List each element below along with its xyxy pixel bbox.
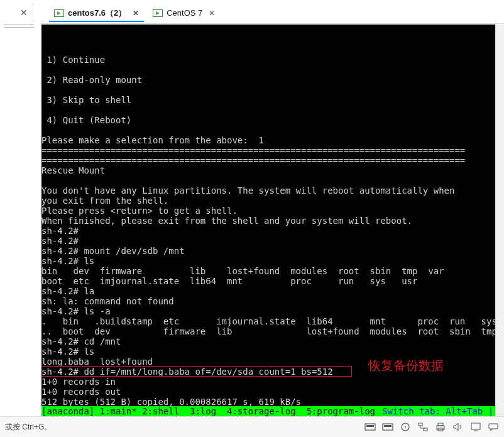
terminal-line	[41, 175, 504, 185]
svg-rect-3	[384, 425, 392, 427]
svg-rect-9	[438, 423, 443, 426]
terminal-line: sh-4.2# ls -a	[41, 306, 504, 316]
terminal-line: 1+0 records in	[41, 377, 504, 387]
terminal-line	[41, 105, 504, 115]
close-icon[interactable]: ✕	[209, 9, 215, 18]
svg-rect-13	[489, 424, 498, 429]
terminal-line: sh-4.2# ls	[41, 256, 504, 266]
tmux-status-line: [anaconda] 1:main* 2:shell 3:log 4:stora…	[41, 406, 504, 416]
terminal-line	[41, 65, 504, 75]
terminal-line: When finished, please exit from the shel…	[41, 216, 504, 226]
vm-icon	[153, 9, 163, 17]
terminal-line: boot etc imjournal.state lib64 mnt proc …	[41, 276, 504, 286]
terminal-line: Please make a selection from the above: …	[41, 135, 504, 145]
tab-centos76-2[interactable]: centos7.6（2） ✕	[49, 6, 144, 22]
terminal-line: you exit from the shell.	[41, 196, 504, 206]
tab-centos7[interactable]: CentOS 7 ✕	[148, 6, 220, 22]
svg-rect-1	[366, 425, 374, 427]
svg-rect-7	[424, 428, 427, 431]
terminal-line: sh-4.2#	[41, 226, 504, 236]
terminal-line: 3) Skip to shell	[41, 95, 504, 105]
vertical-scrollbar[interactable]	[495, 25, 504, 416]
terminal-line: sh: la: command not found	[41, 296, 504, 306]
status-left: [anaconda] 1:main* 2:shell 3:log 4:stora…	[41, 406, 375, 416]
sound-icon[interactable]	[452, 422, 464, 432]
terminal-line: You don't have any Linux partitions. The…	[41, 185, 504, 196]
terminal-line: 1+0 records out	[41, 387, 504, 397]
terminal-line: 1) Continue	[41, 55, 504, 65]
terminal-line: long.baba lost+found	[41, 357, 504, 367]
optical-icon[interactable]	[400, 422, 411, 432]
strip-grip-icon	[4, 24, 34, 28]
terminal-line: 4) Quit (Reboot)	[41, 115, 504, 125]
terminal-line	[41, 85, 504, 95]
tab-label: centos7.6（2）	[68, 8, 126, 19]
close-icon[interactable]: ✕	[133, 9, 139, 18]
status-icons	[364, 422, 499, 432]
vm-tabbar: centos7.6（2） ✕ CentOS 7 ✕	[41, 4, 504, 24]
tab-label: CentOS 7	[167, 8, 202, 18]
printer-icon[interactable]	[435, 422, 446, 432]
terminal-line: sh-4.2# dd if=/mnt/long.baba of=/dev/sda…	[41, 367, 504, 377]
strip-close-button[interactable]: ✕	[14, 4, 33, 21]
host-left-strip: ✕	[0, 0, 38, 36]
terminal-console[interactable]: 1) Continue 2) Read-only mount 3) Skip t…	[41, 25, 504, 416]
network-icon[interactable]	[417, 422, 429, 432]
terminal-line: Please press <return> to get a shell.	[41, 206, 504, 216]
terminal-line: sh-4.2# ls	[41, 346, 504, 357]
terminal-line: 512 bytes (512 B) copied, 0.000826617 s,…	[41, 397, 504, 407]
terminal-line: ========================================…	[41, 155, 504, 165]
terminal-line	[41, 125, 504, 135]
display-icon[interactable]	[470, 422, 481, 432]
svg-rect-11	[471, 423, 480, 429]
keyboard-hint: 或按 Ctrl+G。	[5, 422, 52, 433]
terminal-line: 2) Read-only mount	[41, 75, 504, 85]
terminal-line: Rescue Mount	[41, 165, 504, 175]
message-icon[interactable]	[488, 422, 499, 432]
vm-icon	[54, 9, 64, 17]
status-right: Switch tab: Alt+Tab | H	[377, 406, 504, 416]
status-bar: 或按 Ctrl+G。	[0, 416, 504, 437]
disk-b-icon[interactable]	[382, 422, 393, 432]
terminal-line: sh-4.2# la	[41, 286, 504, 296]
svg-point-5	[405, 426, 406, 428]
terminal-line: sh-4.2#	[41, 236, 504, 246]
terminal-line: sh-4.2# cd /mnt	[41, 336, 504, 346]
disk-a-icon[interactable]	[364, 422, 376, 432]
terminal-line: ========================================…	[41, 145, 504, 155]
svg-rect-6	[419, 423, 422, 426]
terminal-line: . bin .buildstamp etc imjournal.state li…	[41, 316, 504, 326]
terminal-line: sh-4.2# mount /dev/sdb /mnt	[41, 246, 504, 256]
terminal-line: .. boot dev firmware lib lost+found modu…	[41, 326, 504, 336]
terminal-line: bin dev firmware lib lost+found modules …	[41, 266, 504, 276]
